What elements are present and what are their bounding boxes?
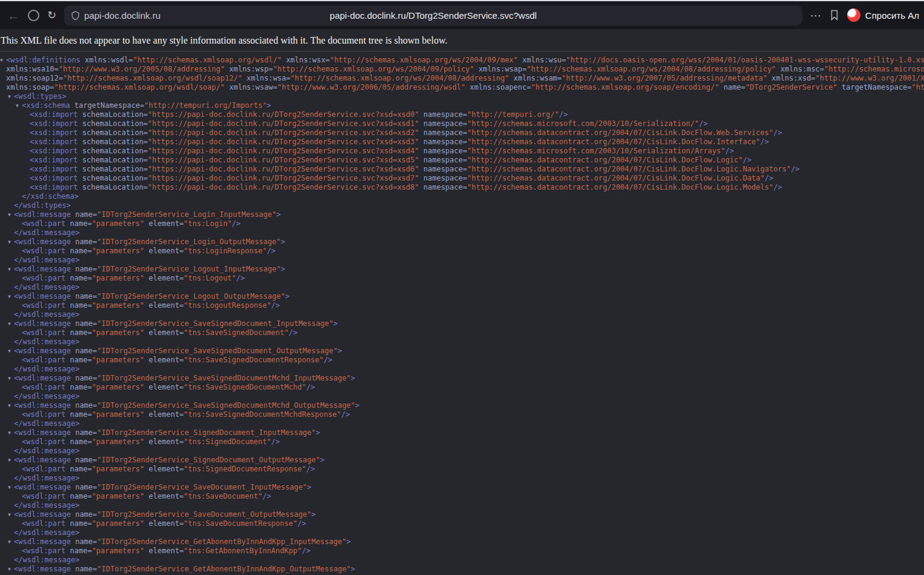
xml-punct: /> (297, 519, 306, 528)
xml-attr-name: schemaLocation= (78, 138, 148, 146)
address-bar[interactable]: papi-doc.doclink.ru papi-doc.doclink.ru/… (64, 5, 802, 25)
xml-attr-value: "IDTorg2SenderService_Logout_InputMessag… (97, 265, 280, 273)
bookmark-flag-icon[interactable] (830, 10, 839, 21)
xml-punct: > (74, 192, 79, 201)
xml-attr-value: "tns:SignedDocumentResponse" (183, 465, 306, 473)
xml-tag: wsdl:message (18, 319, 71, 328)
xml-line: xmlns:soap="http://schemas.xmlsoap.org/w… (0, 83, 924, 92)
xml-attr-name: targetNamespace= (837, 83, 912, 91)
xml-punct: /> (743, 156, 751, 164)
collapse-arrow-icon[interactable]: ▼ (8, 456, 14, 465)
collapse-arrow-icon[interactable]: ▼ (8, 210, 14, 219)
xml-attr-value: "IDTorg2SenderService_GetAbonentByInnAnd… (97, 565, 351, 573)
xml-line: ▼<wsdl:message name="IDTorg2SenderServic… (0, 238, 924, 247)
xml-tag: wsdl:message (18, 456, 71, 464)
xml-punct: > (75, 283, 79, 291)
collapse-arrow-icon[interactable]: ▼ (8, 537, 14, 547)
xml-tag: wsdl:message (18, 210, 71, 219)
xml-attr-name: schemaLocation= (78, 147, 148, 155)
xml-attr-value: "http://schemas.datacontract.org/2004/07… (467, 156, 743, 164)
xml-line: <xsd:import schemaLocation="https://papi… (0, 156, 924, 165)
xml-attr-name: name= (71, 483, 97, 491)
collapse-arrow-icon[interactable]: ▼ (8, 292, 14, 301)
collapse-arrow-icon[interactable]: ▼ (8, 238, 14, 247)
xml-attr-value: "parameters" (92, 274, 145, 282)
xml-attr-value: "http://schemas.xmlsoap.org/ws/2004/09/p… (273, 65, 474, 73)
xml-attr-name: element= (144, 328, 183, 337)
xml-punct: > (75, 337, 79, 346)
xml-attr-name: namespace= (419, 165, 467, 173)
collapse-arrow-icon[interactable]: ▼ (8, 374, 14, 383)
collapse-arrow-icon[interactable]: ▼ (8, 565, 14, 574)
xml-punct: > (75, 228, 79, 237)
xml-attr-value: "tns:SaveSignedDocumentMchd" (183, 383, 306, 391)
xml-line: <wsdl:part name="parameters" element="tn… (0, 437, 924, 447)
collapse-arrow-icon[interactable]: ▼ (8, 319, 14, 328)
collapse-arrow-icon[interactable]: ▼ (8, 401, 14, 410)
xml-punct: > (75, 256, 79, 264)
xml-attr-value: "parameters" (92, 465, 145, 473)
xml-attr-name: element= (144, 492, 183, 500)
xml-attr-name: namespace= (419, 128, 467, 137)
xml-punct: > (75, 556, 79, 564)
collapse-arrow-icon[interactable]: ▼ (0, 56, 6, 65)
xml-attr-value: "IDTorg2SenderService_Login_OutputMessag… (97, 238, 280, 246)
xml-attr-name: name= (65, 219, 91, 228)
xml-attr-name: xmlns:soap12= (6, 74, 63, 82)
xml-punct: </ (14, 474, 22, 482)
xml-tag: wsdl:definitions (10, 56, 81, 64)
xml-line: ▼<wsdl:message name="IDTorg2SenderServic… (0, 537, 924, 547)
xml-attr-value: "http://schemas.xmlsoap.org/wsdl/soap12/… (63, 74, 242, 82)
xml-punct: /> (773, 183, 782, 191)
xml-punct: > (338, 347, 342, 355)
xml-line: <wsdl:part name="parameters" element="tn… (0, 247, 924, 256)
xml-attr-name: schemaLocation= (78, 119, 148, 128)
collapse-arrow-icon[interactable]: ▼ (16, 101, 22, 110)
alice-icon (847, 8, 860, 22)
site-security-icon[interactable] (71, 11, 79, 20)
xml-attr-name: name= (65, 274, 91, 282)
collapse-arrow-icon[interactable]: ▼ (8, 265, 14, 274)
alice-label: Спросить Ал (865, 10, 919, 21)
xml-tag: wsdl:message (22, 337, 75, 346)
xml-attr-value: "https://papi-doc.doclink.ru/DTorg2Sende… (148, 110, 419, 119)
xml-punct: </ (14, 337, 22, 346)
xml-tree: ▼<wsdl:definitions xmlns:wsdl="http://sc… (0, 56, 924, 574)
xml-attr-value: "tns:SaveSignedDocumentMchdResponse" (183, 410, 341, 419)
more-menu-icon[interactable]: ⋯ (810, 10, 822, 21)
collapse-arrow-icon[interactable]: ▼ (8, 428, 14, 437)
xml-line: <wsdl:part name="parameters" element="tn… (0, 519, 924, 528)
xml-attr-name: element= (144, 356, 183, 364)
xml-attr-value: "tns:GetAbonentByInnAndKpp" (183, 547, 302, 555)
collapse-arrow-icon[interactable]: ▼ (8, 347, 14, 356)
xml-punct: > (75, 474, 79, 482)
back-button[interactable]: ← (7, 9, 20, 22)
xml-attr-name: name= (65, 465, 91, 473)
alice-assistant-button[interactable]: Спросить Ал (847, 8, 919, 22)
xml-line: ▼<wsdl:types> (0, 92, 924, 101)
reload-button[interactable]: ↻ (47, 10, 56, 21)
collapse-arrow-icon[interactable]: ▼ (8, 92, 14, 101)
xml-attr-value: "https://papi-doc.doclink.ru/DTorg2Sende… (148, 147, 419, 155)
xml-punct: </ (14, 419, 22, 428)
address-url: papi-doc.doclink.ru/DTorg2SenderService.… (64, 10, 802, 21)
xml-tag: wsdl:part (26, 547, 65, 555)
xml-notice: This XML file does not appear to have an… (0, 29, 924, 52)
xml-tag: wsdl:message (22, 310, 75, 319)
xml-line: </wsdl:message> (0, 419, 924, 428)
collapse-arrow-icon[interactable]: ▼ (8, 483, 14, 492)
xml-attr-value: "IDTorg2SenderService_Login_InputMessage… (97, 210, 276, 219)
browser-window: ← ↻ papi-doc.doclink.ru papi-doc.doclink… (0, 0, 924, 575)
xml-attr-value: "http://docs.oasis-open.org/wss/2004/01/… (566, 56, 924, 64)
xml-line: </wsdl:message> (0, 365, 924, 374)
xml-punct: /> (765, 174, 773, 182)
xml-line: </wsdl:message> (0, 392, 924, 401)
xml-attr-name: xmlns:wsa= (242, 74, 290, 82)
xml-punct: /> (306, 465, 315, 473)
xml-line: </wsdl:message> (0, 310, 924, 319)
collapse-arrow-icon[interactable]: ▼ (8, 510, 14, 519)
xml-punct: /> (289, 328, 297, 337)
xml-tag: wsdl:message (22, 283, 75, 291)
browser-extension-icon[interactable] (28, 10, 39, 21)
xml-attr-value: "http://www.w3.org/2007/05/addressing/me… (562, 74, 768, 82)
